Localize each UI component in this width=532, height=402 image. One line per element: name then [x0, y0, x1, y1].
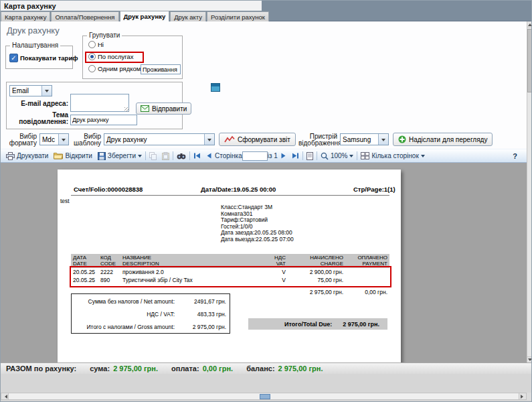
group-option-no[interactable]: Ні	[88, 41, 104, 48]
zoom-button[interactable]: 100%	[318, 150, 357, 162]
charges-table: ДАТАDATE КОДCODE НАЗВАНИЕDESCRIPTION НДС…	[71, 254, 389, 296]
radio-icon[interactable]	[88, 41, 96, 48]
tab-bar: Карта рахунку Оплата/Повернення Друк рах…	[1, 11, 270, 21]
total-charge: 2 975,00 грн.	[286, 287, 343, 295]
template-select-value: Друк рахунку	[104, 134, 204, 145]
horizontal-scroll-thumb[interactable]	[260, 394, 270, 399]
prev-page-icon	[206, 153, 212, 159]
payment-label: оплата:	[171, 364, 199, 373]
cell-code: 890	[100, 277, 122, 283]
resize-grip-icon[interactable]	[124, 107, 129, 112]
vertical-scroll-thumb[interactable]	[527, 29, 532, 92]
open-button[interactable]: Відкрити	[51, 150, 94, 162]
tab-karta-rakhunku[interactable]: Карта рахунку	[1, 11, 50, 21]
vat-value: 483,33 грн.	[181, 311, 230, 318]
scroll-up-button[interactable]	[527, 21, 532, 27]
tab-rozdilyty-rakhunok[interactable]: Розділити рахунок	[207, 11, 269, 21]
chevron-down-icon	[349, 155, 353, 159]
copy-button[interactable]	[147, 150, 159, 162]
chevron-down-icon	[138, 155, 142, 159]
status-bar: РАЗОМ по рахунку: сума: 2 975,00 грн. оп…	[1, 362, 532, 374]
chart-line-icon	[224, 135, 235, 143]
report-date: Дата/Date:19.05.25 00:00	[201, 186, 276, 193]
grid-icon	[361, 152, 369, 159]
settings-legend: Налаштування	[10, 42, 60, 49]
save-button[interactable]: Зберегти	[95, 150, 145, 162]
scroll-left-button[interactable]	[1, 393, 9, 399]
app-window: Карта рахунку Карта рахунку Оплата/Повер…	[0, 0, 532, 402]
group-option-oneline-label: Одним рядком	[98, 65, 141, 72]
first-page-icon	[193, 153, 201, 159]
paste-icon	[162, 152, 169, 160]
multipage-button[interactable]: Кілька сторінок	[358, 150, 427, 162]
tab-oplata-povernennya[interactable]: Оплата/Повернення	[51, 11, 118, 21]
vertical-scrollbar[interactable]	[527, 21, 532, 362]
summary-gross-row: Итого с налогами / Gross amount: 2 975,0…	[72, 324, 230, 330]
email-panel: Email E-mail адреса: Відправити Тема пов…	[6, 82, 183, 129]
show-tariff-option[interactable]: ✓ Показувати тариф	[9, 54, 78, 62]
email-subject-label: Тема повідомлення:	[9, 112, 68, 125]
email-address-textarea[interactable]	[70, 94, 129, 112]
send-mail-icon	[141, 105, 149, 112]
col-date: ДАТАDATE	[71, 255, 100, 267]
group-option-oneline[interactable]: Одним рядком	[88, 65, 141, 72]
settings-panel: Налаштування ✓ Показувати тариф	[5, 46, 73, 69]
tab-druk-aktu[interactable]: Друк акту	[170, 11, 206, 21]
page-number-input[interactable]	[242, 151, 268, 161]
group-option-services-label: По послугах	[98, 53, 134, 60]
guest-name: test	[60, 198, 70, 204]
radio-selected-icon[interactable]	[88, 53, 96, 60]
status-title: РАЗОМ по рахунку:	[6, 364, 76, 373]
sum-label: сума:	[90, 364, 110, 373]
next-page-button[interactable]	[278, 150, 289, 162]
balance-label: баланс:	[246, 364, 274, 373]
send-email-button[interactable]: Відправити	[136, 103, 191, 115]
email-type-value: Email	[10, 86, 41, 96]
horizontal-scrollbar[interactable]	[1, 393, 527, 400]
sum-value: 2 975,00 грн.	[113, 364, 158, 373]
preview-window-icon[interactable]	[211, 83, 220, 92]
generate-report-button[interactable]: Сформувати звіт	[219, 133, 296, 146]
show-tariff-checkbox[interactable]: ✓	[9, 54, 18, 62]
tab-druk-rakhunku[interactable]: Друк рахунку	[120, 11, 170, 21]
search-button[interactable]	[174, 150, 189, 162]
balance-value: 2 975,00 грн.	[278, 364, 323, 373]
template-select[interactable]: Друк рахунку	[104, 133, 215, 145]
cell-payment	[343, 269, 389, 275]
generate-report-label: Сформувати звіт	[238, 136, 290, 143]
paste-button[interactable]	[159, 150, 172, 162]
send-preview-button[interactable]: Надіслати для перегляду	[393, 133, 493, 146]
email-subject-input[interactable]	[70, 115, 137, 125]
info-checkout: Дата выезда:22.05.25 07:00	[221, 237, 294, 243]
cell-description: проживання 2.0	[122, 269, 235, 275]
page-icon	[306, 152, 313, 160]
prev-page-button[interactable]	[203, 150, 215, 162]
page-label: Сторінка	[215, 152, 242, 159]
window-title: Карта рахунку	[4, 2, 56, 10]
report-preview-area: Счет/Folio:0000028838 Дата/Date:19.05.25…	[1, 163, 527, 362]
group-option-services[interactable]: По послугах	[88, 53, 134, 60]
radio-icon[interactable]	[88, 65, 96, 72]
last-page-button[interactable]	[289, 150, 302, 162]
first-page-button[interactable]	[191, 150, 203, 162]
page-setup-button[interactable]	[304, 150, 316, 162]
window-titlebar: Карта рахунку	[1, 1, 262, 11]
chevron-down-icon	[58, 134, 68, 145]
chevron-down-icon	[41, 86, 52, 96]
format-select[interactable]: Mdc	[39, 133, 69, 145]
device-select[interactable]: Samsung	[340, 133, 389, 145]
col-payment: ОПЛАЧЕНОPAYMENT	[343, 255, 389, 267]
open-label: Відкрити	[65, 152, 92, 159]
scroll-right-button[interactable]	[519, 393, 526, 399]
oneline-text-input[interactable]	[141, 64, 181, 74]
help-button[interactable]: ?	[513, 152, 517, 160]
scroll-down-button[interactable]	[527, 356, 532, 362]
print-label: Друкувати	[17, 152, 48, 159]
cell-payment	[343, 277, 389, 283]
charges-table-header: ДАТАDATE КОДCODE НАЗВАНИЕDESCRIPTION НДС…	[71, 254, 389, 268]
col-code: КОДCODE	[100, 255, 122, 267]
chevron-down-icon	[421, 155, 425, 159]
vat-label: НДС / VAT:	[72, 311, 181, 318]
print-button[interactable]: Друкувати	[3, 150, 51, 162]
email-type-select[interactable]: Email	[9, 85, 52, 96]
